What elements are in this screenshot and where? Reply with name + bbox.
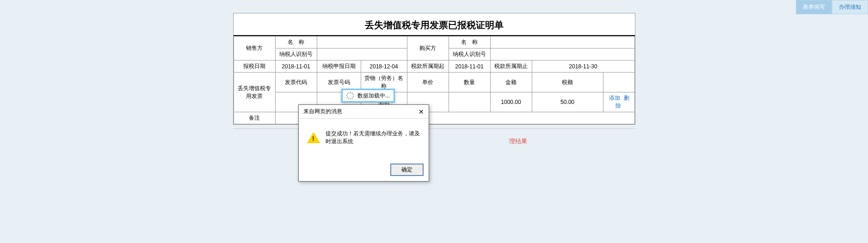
period-to-value[interactable]: 2018-11-30 — [532, 61, 634, 73]
label-name-buyer: 名 称 — [449, 36, 490, 49]
ok-button[interactable]: 确定 — [391, 164, 423, 176]
label-period-from: 税款所属期起 — [407, 61, 449, 73]
dialog-footer: 确定 — [299, 160, 429, 181]
close-icon[interactable]: ✕ — [419, 108, 424, 115]
amount-value[interactable]: 1000.00 — [490, 92, 532, 112]
top-tabs: 表单填写 办理须知 — [796, 0, 868, 14]
header-amount: 金额 — [490, 73, 532, 92]
tab-notice[interactable]: 办理须知 — [832, 0, 868, 14]
buyer-name-value[interactable] — [490, 36, 634, 49]
loading-text: 数据加载中... — [357, 92, 390, 100]
label-name-seller: 名 称 — [275, 36, 317, 49]
header-qty: 数量 — [449, 73, 490, 92]
footer-buttons — [0, 151, 868, 164]
form-title: 丢失增值税专用发票已报税证明单 — [234, 13, 635, 35]
seller-name-value[interactable] — [317, 36, 407, 49]
row-actions: 添加 删除 — [603, 92, 634, 112]
buyer-taxid-value[interactable] — [490, 49, 634, 61]
label-buyer-taxid: 纳税人识别号 — [449, 49, 490, 61]
alert-dialog: 来自网页的消息 ✕ 提交成功！若无需继续办理业务，请及时退出系统 确定 — [298, 104, 429, 182]
dialog-title: 来自网页的消息 — [303, 108, 342, 115]
header-actions — [603, 73, 634, 92]
label-seller: 销售方 — [234, 36, 275, 61]
divider — [233, 128, 635, 129]
footer-hint: 温馨提 xxxxxxxxxxxxxxxxxxxxxxxxxxxxxxxxxxxx… — [0, 137, 868, 146]
header-unit-price: 单价 — [407, 73, 449, 92]
form-container: 丢失增值税专用发票已报税证明单 销售方 名 称 购买方 名 称 纳税人识别号 纳… — [233, 13, 635, 125]
header-tax: 税额 — [532, 73, 603, 92]
header-invoice-code: 发票代码 — [275, 73, 317, 92]
label-period-to: 税款所属期止 — [490, 61, 532, 73]
tab-form-fill[interactable]: 表单填写 — [796, 0, 832, 14]
label-declare-date: 纳税申报日期 — [317, 61, 361, 73]
form-table: 销售方 名 称 购买方 名 称 纳税人识别号 纳税人识别号 报税日期 2018-… — [234, 36, 635, 124]
add-button[interactable]: 添加 — [608, 95, 621, 101]
label-seller-taxid: 纳税人识别号 — [275, 49, 317, 61]
seller-taxid-value[interactable] — [317, 49, 407, 61]
dialog-header: 来自网页的消息 ✕ — [299, 105, 429, 119]
label-lost-invoice: 丢失增值税专用发票 — [234, 73, 275, 112]
warning-icon — [307, 132, 320, 143]
dialog-body: 提交成功！若无需继续办理业务，请及时退出系统 — [299, 119, 429, 160]
invoice-row: 测试 1000.00 50.00 添加 删除 — [234, 92, 634, 112]
label-remark: 备注 — [234, 112, 275, 124]
label-buyer: 购买方 — [407, 36, 449, 61]
tax-date-value[interactable]: 2018-11-01 — [275, 61, 317, 73]
label-tax-date: 报税日期 — [234, 61, 275, 73]
hint-suffix: 理结果 — [509, 138, 527, 145]
spinner-icon — [346, 92, 354, 99]
loading-indicator: 数据加载中... — [341, 89, 395, 103]
declare-date-value[interactable]: 2018-12-04 — [361, 61, 407, 73]
tax-value[interactable]: 50.00 — [532, 92, 603, 112]
qty-value[interactable] — [449, 92, 490, 112]
period-from-value[interactable]: 2018-11-01 — [449, 61, 490, 73]
dialog-message: 提交成功！若无需继续办理业务，请及时退出系统 — [326, 130, 420, 146]
